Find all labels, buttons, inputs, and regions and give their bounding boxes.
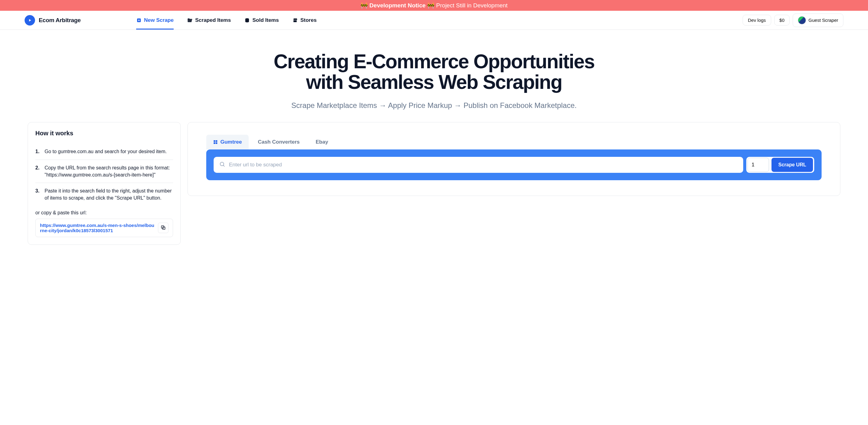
avatar	[798, 16, 806, 24]
example-url[interactable]: https://www.gumtree.com.au/s-men-s-shoes…	[40, 223, 155, 233]
svg-rect-6	[214, 142, 215, 144]
scrape-form: Scrape URL	[206, 149, 822, 180]
steps-list: 1. Go to gumtree.com.au and search for y…	[35, 144, 173, 206]
step-item: 1. Go to gumtree.com.au and search for y…	[35, 144, 173, 160]
step-item: 2. Copy the URL from the search results …	[35, 160, 173, 183]
user-menu-button[interactable]: Guest Scraper	[793, 13, 843, 27]
copy-url-button[interactable]	[158, 223, 168, 233]
copy-label: or copy & paste this url:	[35, 210, 173, 216]
folder-open-icon	[187, 18, 193, 23]
how-it-works-card: How it works 1. Go to gumtree.com.au and…	[28, 122, 181, 245]
construction-icon: 🚧	[361, 2, 368, 9]
svg-rect-5	[216, 140, 217, 142]
nav-stores[interactable]: Stores	[292, 11, 317, 30]
main-header: Ecom Arbitrage New Scrape Scraped Items …	[0, 11, 868, 30]
construction-icon: 🚧	[427, 2, 435, 9]
grid-icon	[213, 140, 218, 145]
banner-message: Project Still in Development	[436, 2, 507, 9]
svg-rect-7	[216, 142, 217, 144]
tab-ebay[interactable]: Ebay	[309, 135, 335, 149]
svg-rect-4	[214, 140, 215, 142]
app-title: Ecom Arbitrage	[39, 17, 81, 24]
page-title: Creating E-Commerce Opportunities with S…	[25, 51, 843, 93]
source-tabs: Gumtree Cash Converters Ebay	[206, 135, 822, 149]
nav-scraped-items[interactable]: Scraped Items	[187, 11, 231, 30]
nav-sold-items[interactable]: Sold Items	[244, 11, 279, 30]
dev-notice-banner: 🚧 Development Notice 🚧 Project Still in …	[0, 0, 868, 11]
play-icon	[25, 15, 35, 26]
dev-logs-button[interactable]: Dev logs	[743, 15, 771, 26]
copy-icon	[160, 225, 166, 231]
coins-icon	[244, 18, 250, 23]
how-heading: How it works	[35, 130, 173, 137]
hero: Creating E-Commerce Opportunities with S…	[0, 30, 868, 122]
plus-square-icon	[136, 18, 142, 23]
scrape-card: Gumtree Cash Converters Ebay Scrape URL	[187, 122, 840, 196]
url-input-wrap	[214, 157, 743, 173]
svg-line-9	[223, 165, 224, 167]
item-count-input[interactable]	[747, 158, 769, 172]
logo[interactable]: Ecom Arbitrage	[25, 15, 81, 26]
balance-button[interactable]: $0	[774, 15, 790, 26]
page-subtitle: Scrape Marketplace Items → Apply Price M…	[25, 101, 843, 110]
scrape-url-button[interactable]: Scrape URL	[772, 158, 813, 172]
tab-gumtree[interactable]: Gumtree	[206, 135, 249, 149]
nav-new-scrape[interactable]: New Scrape	[136, 11, 174, 30]
banner-title: Development Notice	[369, 2, 426, 9]
step-item: 3. Paste it into the search field to the…	[35, 183, 173, 206]
store-icon	[292, 18, 298, 23]
main-nav: New Scrape Scraped Items Sold Items Stor…	[136, 11, 317, 30]
scrape-url-input[interactable]	[225, 162, 738, 168]
search-icon	[219, 161, 225, 169]
example-url-box: https://www.gumtree.com.au/s-men-s-shoes…	[35, 219, 173, 237]
svg-point-8	[220, 162, 224, 166]
tab-cash-converters[interactable]: Cash Converters	[251, 135, 306, 149]
